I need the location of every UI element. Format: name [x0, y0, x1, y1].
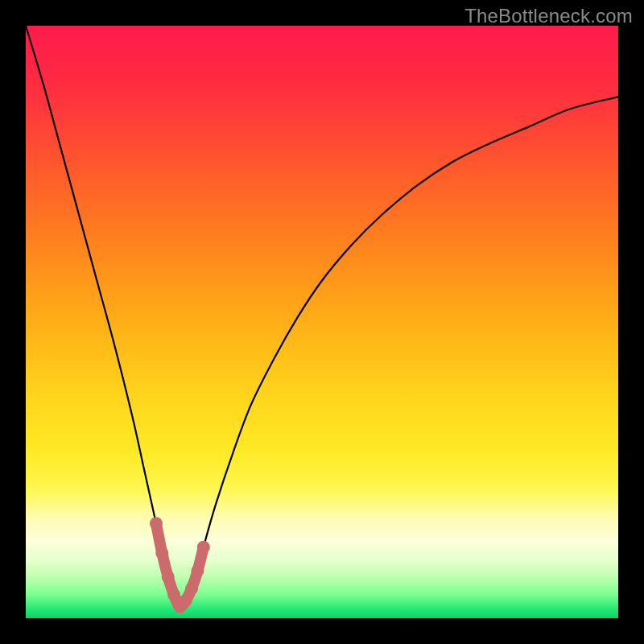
optimum-marker: [162, 570, 175, 583]
optimum-marker: [180, 594, 192, 607]
chart-frame: TheBottleneck.com: [0, 0, 644, 644]
optimum-marker: [191, 564, 204, 577]
bottleneck-chart: [0, 0, 644, 644]
optimum-marker: [185, 582, 198, 595]
optimum-marker: [167, 588, 180, 601]
optimum-marker: [197, 541, 210, 554]
optimum-marker: [155, 547, 168, 559]
watermark-text: TheBottleneck.com: [464, 5, 633, 27]
optimum-marker: [150, 517, 163, 530]
plot-background: [26, 26, 618, 618]
